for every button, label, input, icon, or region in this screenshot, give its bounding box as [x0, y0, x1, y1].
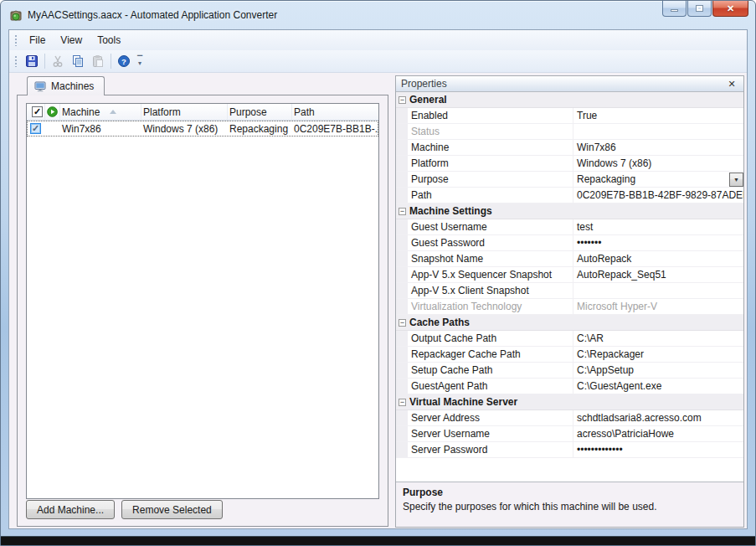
property-value[interactable]: ••••••• [573, 235, 743, 250]
category-machine-settings[interactable]: − Machine Settings [396, 203, 743, 219]
property-label: App-V 5.x Client Snapshot [408, 283, 573, 298]
category-virtual-machine-server[interactable]: − Virtual Machine Server [396, 394, 743, 410]
property-value[interactable]: AutoRepack_Seq51 [573, 267, 743, 282]
property-row-repackager-cache-path[interactable]: Repackager Cache Path C:\Repackager [396, 347, 743, 363]
property-row-server-username[interactable]: Server Username acresso\PatriciaHowe [396, 426, 743, 442]
property-row-virtualization-technology: Virtualization Technology Microsoft Hype… [396, 299, 743, 315]
category-cache-paths[interactable]: − Cache Paths [396, 315, 743, 331]
machine-list: ✓ Machine Platform [26, 103, 379, 499]
indent [396, 219, 408, 234]
list-actions: Add Machine... Remove Selected [26, 500, 223, 519]
property-row-snapshot-name[interactable]: Snapshot Name AutoRepack [396, 251, 743, 267]
indent [396, 442, 408, 457]
remove-selected-button[interactable]: Remove Selected [121, 500, 223, 519]
maximize-icon [696, 5, 703, 12]
property-value[interactable]: C:\AR [573, 331, 743, 346]
menu-file[interactable]: File [22, 32, 53, 49]
add-machine-button[interactable]: Add Machine... [26, 500, 115, 519]
column-header-purpose[interactable]: Purpose [228, 104, 292, 120]
property-grid: − General Enabled True Status [396, 92, 743, 482]
property-row-guest-password[interactable]: Guest Password ••••••• [396, 235, 743, 251]
property-value[interactable]: Repackaging ▼ [573, 172, 743, 187]
property-value[interactable]: C:\AppSetup [573, 363, 743, 378]
property-row-appv-client-snapshot[interactable]: App-V 5.x Client Snapshot [396, 283, 743, 299]
properties-panel: Properties ✕ − General Enabled True [395, 75, 744, 528]
collapse-icon[interactable]: − [399, 208, 406, 215]
column-header-platform[interactable]: Platform [141, 104, 228, 120]
property-value[interactable]: Win7x86 [573, 140, 743, 155]
check-icon: ✓ [33, 107, 41, 116]
save-button[interactable] [22, 52, 42, 70]
column-label: Purpose [229, 106, 267, 118]
property-row-enabled[interactable]: Enabled True [396, 108, 743, 124]
property-row-machine[interactable]: Machine Win7x86 [396, 140, 743, 156]
toolbar-grip [14, 55, 18, 67]
purpose-dropdown-button[interactable]: ▼ [729, 173, 743, 187]
panel-close-icon[interactable]: ✕ [725, 79, 738, 90]
property-row-platform[interactable]: Platform Windows 7 (x86) [396, 156, 743, 172]
property-row-purpose[interactable]: Purpose Repackaging ▼ [396, 172, 743, 188]
cell-path: 0C209E7B-BB1B-... [292, 123, 378, 135]
property-value[interactable]: True [573, 108, 743, 123]
minimize-icon [671, 9, 678, 12]
property-row-server-address[interactable]: Server Address schdtladsaria8.acresso.co… [396, 410, 743, 426]
property-label: Path [408, 188, 573, 203]
select-all-column-header[interactable]: ✓ [27, 104, 45, 120]
maximize-button[interactable] [687, 1, 712, 17]
collapse-icon[interactable]: − [399, 319, 406, 327]
property-value[interactable]: 0C209E7B-BB1B-42BF-9829-87ADED2E8 [573, 188, 743, 203]
description-text: Specify the purposes for which this mach… [403, 501, 737, 513]
property-value[interactable]: schdtladsaria8.acresso.com [573, 410, 743, 425]
toolbar-overflow-button[interactable]: ▔ ▾ [134, 52, 146, 70]
copy-button[interactable] [68, 52, 88, 70]
collapse-icon[interactable]: − [399, 399, 406, 406]
help-button[interactable]: ? [114, 52, 134, 70]
indent [396, 235, 408, 250]
column-header-machine[interactable]: Machine [60, 104, 141, 120]
row-checkbox[interactable]: ✓ [30, 123, 41, 134]
property-label: Guest Username [408, 219, 573, 234]
property-value[interactable]: ••••••••••••• [573, 442, 743, 457]
property-row-guestagent-path[interactable]: GuestAgent Path C:\GuestAgent.exe [396, 379, 743, 394]
close-button[interactable]: ✕ [712, 1, 748, 17]
overflow-arrow-icon: ▾ [138, 61, 141, 65]
property-label: Status [408, 124, 573, 139]
property-value[interactable]: C:\GuestAgent.exe [573, 379, 743, 394]
machine-row-win7x86[interactable]: ✓ Win7x86 Windows 7 (x86) Repackaging 0C… [27, 121, 378, 136]
property-row-setup-cache-path[interactable]: Setup Cache Path C:\AppSetup [396, 363, 743, 379]
menu-view[interactable]: View [53, 32, 90, 49]
status-column-header[interactable] [45, 104, 60, 120]
property-value[interactable]: C:\Repackager [573, 347, 743, 362]
property-value[interactable] [573, 283, 743, 298]
menu-tools[interactable]: Tools [90, 32, 128, 49]
category-general[interactable]: − General [396, 92, 743, 108]
property-row-path[interactable]: Path 0C209E7B-BB1B-42BF-9829-87ADED2E8 [396, 188, 743, 203]
property-row-output-cache-path[interactable]: Output Cache Path C:\AR [396, 331, 743, 347]
menu-bar: File View Tools [9, 30, 747, 50]
property-row-server-password[interactable]: Server Password ••••••••••••• [396, 442, 743, 458]
property-value[interactable]: test [573, 219, 743, 234]
machines-tab-page: ✓ Machine Platform [17, 95, 388, 527]
window-title: MyAACSettings.aacx - Automated Applicati… [28, 9, 277, 21]
indent [396, 251, 408, 266]
indent [396, 331, 408, 346]
tab-strip: Machines [17, 76, 388, 95]
computer-icon [34, 81, 47, 92]
property-label: Guest Password [408, 235, 573, 250]
tab-machines[interactable]: Machines [27, 76, 105, 95]
toolbar-separator [111, 54, 111, 69]
property-row-appv-sequencer-snapshot[interactable]: App-V 5.x Sequencer Snapshot AutoRepack_… [396, 267, 743, 283]
property-value[interactable]: AutoRepack [573, 251, 743, 266]
category-label: General [409, 94, 447, 106]
column-header-path[interactable]: Path [292, 104, 378, 120]
indent [396, 108, 408, 123]
property-value[interactable]: acresso\PatriciaHowe [573, 426, 743, 441]
properties-panel-header: Properties ✕ [396, 76, 743, 92]
select-all-checkbox[interactable]: ✓ [32, 106, 43, 117]
minimize-button[interactable] [662, 1, 687, 17]
property-row-guest-username[interactable]: Guest Username test [396, 219, 743, 235]
property-value[interactable]: Windows 7 (x86) [573, 156, 743, 171]
category-label: Cache Paths [409, 317, 470, 328]
property-label: App-V 5.x Sequencer Snapshot [408, 267, 573, 282]
collapse-icon[interactable]: − [399, 96, 406, 104]
